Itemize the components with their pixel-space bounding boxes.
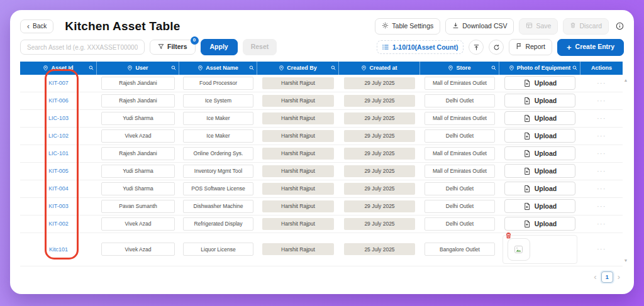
scroll-down-icon[interactable]: ▼ <box>624 258 628 263</box>
pin-icon[interactable] <box>127 65 133 71</box>
reset-button[interactable]: Reset <box>243 39 277 55</box>
column-search-icon[interactable] <box>572 65 577 70</box>
info-icon[interactable] <box>616 22 624 30</box>
pin-icon[interactable] <box>43 65 48 71</box>
current-page-button[interactable]: 1 <box>601 271 613 283</box>
upload-photo-button[interactable]: Upload <box>504 182 576 195</box>
store-cell[interactable]: Delhi Outlet <box>425 182 496 195</box>
user-cell[interactable]: Yudi Sharma <box>101 112 175 125</box>
upload-photo-button[interactable]: Upload <box>504 217 576 231</box>
upload-photo-button[interactable]: Upload <box>504 164 576 178</box>
scroll-up-icon[interactable]: ▲ <box>624 78 628 82</box>
store-cell[interactable]: Delhi Outlet <box>425 217 496 231</box>
user-cell[interactable]: Vivek Azad <box>101 217 175 231</box>
photo-thumbnail[interactable] <box>508 238 530 261</box>
download-csv-button[interactable]: Download CSV <box>445 18 514 35</box>
store-cell[interactable]: Delhi Outlet <box>425 94 496 107</box>
store-cell[interactable]: Mall of Emirates Outlet <box>425 147 496 160</box>
asset-id-link[interactable]: KIT-007 <box>48 80 69 86</box>
column-search-icon[interactable] <box>491 65 496 70</box>
user-cell[interactable]: Rajesh Jiandani <box>101 77 175 90</box>
pin-icon[interactable] <box>197 65 203 71</box>
user-cell[interactable]: Vivek Azad <box>101 243 175 256</box>
create-entry-button[interactable]: + Create Entry <box>557 39 624 56</box>
upload-photo-button[interactable]: Upload <box>504 94 576 107</box>
asset-id-link[interactable]: Kitc101 <box>49 246 68 253</box>
asset-id-link[interactable]: KIT-006 <box>48 97 69 104</box>
asset-id-link[interactable]: KIT-004 <box>48 185 69 192</box>
save-button[interactable]: Save <box>519 18 558 35</box>
back-button[interactable]: ‹ Back <box>20 19 53 33</box>
export-button[interactable] <box>469 40 484 55</box>
pin-icon[interactable] <box>361 65 367 71</box>
pin-icon[interactable] <box>279 65 284 71</box>
report-button[interactable]: Report <box>509 39 552 55</box>
table-settings-button[interactable]: Table Settings <box>375 18 440 35</box>
store-cell[interactable]: Delhi Outlet <box>425 129 496 143</box>
upload-photo-button[interactable]: Upload <box>504 199 576 213</box>
column-header-created-at[interactable]: Created at <box>339 62 420 75</box>
asset-name-cell[interactable]: Inventory Mgmt Tool <box>183 165 253 178</box>
vertical-scrollbar[interactable]: ▲ ▼ <box>623 62 629 266</box>
user-cell[interactable]: Rajesh Jiandani <box>101 147 175 160</box>
apply-button[interactable]: Apply <box>201 39 238 55</box>
asset-id-link[interactable]: LIC-103 <box>48 115 69 121</box>
row-actions-button[interactable]: ··· <box>597 185 606 192</box>
row-actions-button[interactable]: ··· <box>597 221 606 227</box>
row-actions-button[interactable]: ··· <box>597 203 606 210</box>
row-actions-button[interactable]: ··· <box>597 80 606 87</box>
user-cell[interactable]: Pavan Sumanth <box>101 200 175 213</box>
column-header-asset-name[interactable]: Asset Name <box>179 62 257 75</box>
column-search-icon[interactable] <box>89 65 94 70</box>
column-search-icon[interactable] <box>331 65 336 70</box>
asset-name-cell[interactable]: Food Processor <box>183 77 253 90</box>
user-cell[interactable]: Vivek Azad <box>101 129 175 143</box>
row-actions-button[interactable]: ··· <box>597 133 606 139</box>
asset-name-cell[interactable]: Dishwasher Machine <box>183 200 253 213</box>
next-page-button[interactable]: › <box>618 273 620 281</box>
row-actions-button[interactable]: ··· <box>597 168 606 175</box>
upload-photo-button[interactable]: Upload <box>504 111 576 125</box>
asset-id-link[interactable]: KIT-002 <box>48 221 69 227</box>
delete-photo-icon[interactable] <box>505 232 512 239</box>
upload-photo-button[interactable]: Upload <box>504 146 576 160</box>
upload-photo-button[interactable]: Upload <box>504 76 576 90</box>
prev-page-button[interactable]: ‹ <box>594 273 596 281</box>
asset-name-cell[interactable]: Ice Maker <box>183 129 253 143</box>
discard-button[interactable]: Discard <box>563 18 609 35</box>
asset-id-link[interactable]: LIC-102 <box>48 133 69 139</box>
row-actions-button[interactable]: ··· <box>597 246 606 253</box>
column-header-user[interactable]: User <box>97 62 179 75</box>
column-search-icon[interactable] <box>249 65 254 70</box>
asset-name-cell[interactable]: Online Ordering Sys. <box>183 147 253 160</box>
row-actions-button[interactable]: ··· <box>597 97 606 104</box>
user-cell[interactable]: Rajesh Jiandani <box>101 94 175 107</box>
search-input[interactable] <box>20 40 145 55</box>
store-cell[interactable]: Delhi Outlet <box>425 200 496 213</box>
asset-name-cell[interactable]: Refrigerated Display <box>183 217 253 231</box>
asset-name-cell[interactable]: Ice Maker <box>183 112 253 125</box>
column-search-icon[interactable] <box>171 65 176 70</box>
store-cell[interactable]: Bangalore Outlet <box>425 243 496 256</box>
asset-id-link[interactable]: KIT-003 <box>48 203 69 209</box>
column-header-photo-of-equipment[interactable]: Photo of Equipment <box>499 62 580 75</box>
asset-id-link[interactable]: LIC-101 <box>48 150 69 156</box>
store-cell[interactable]: Mall of Emirates Outlet <box>425 77 496 90</box>
refresh-button[interactable] <box>489 40 504 55</box>
asset-name-cell[interactable]: Liquor License <box>183 243 253 256</box>
row-actions-button[interactable]: ··· <box>597 115 606 122</box>
user-cell[interactable]: Yudi Sharma <box>101 165 175 178</box>
pin-icon[interactable] <box>448 65 453 71</box>
filters-button[interactable]: Filters 0 <box>150 40 196 55</box>
asset-id-link[interactable]: KIT-005 <box>48 168 69 174</box>
column-header-created-by[interactable]: Created By <box>257 62 339 75</box>
column-header-asset-id[interactable]: Asset Id <box>20 62 97 75</box>
asset-name-cell[interactable]: Ice System <box>183 94 253 107</box>
asset-name-cell[interactable]: POS Software License <box>183 182 253 195</box>
pin-icon[interactable] <box>509 65 514 71</box>
column-header-store[interactable]: Store <box>420 62 499 75</box>
upload-photo-button[interactable]: Upload <box>504 129 576 143</box>
store-cell[interactable]: Mall of Emirates Outlet <box>425 165 496 178</box>
row-actions-button[interactable]: ··· <box>597 150 606 157</box>
store-cell[interactable]: Mall of Emirates Outlet <box>425 112 496 125</box>
